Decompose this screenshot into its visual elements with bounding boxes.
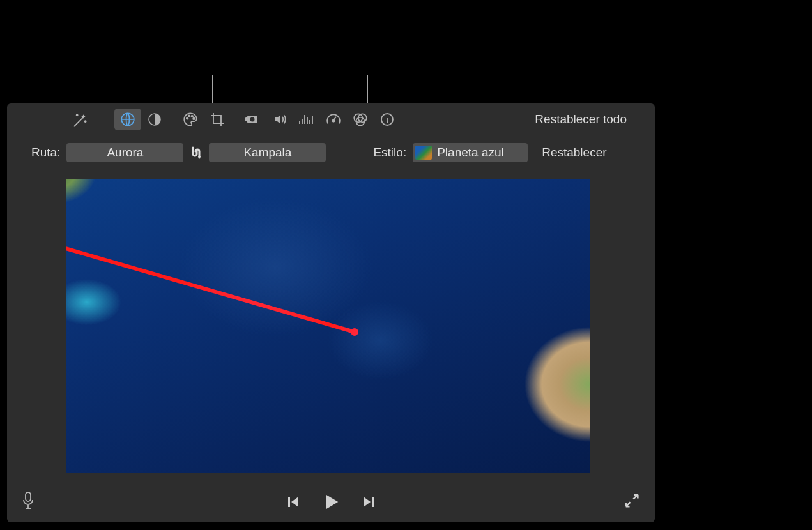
svg-point-17: [351, 328, 358, 336]
svg-point-11: [332, 120, 334, 122]
speed-tab-button[interactable]: [320, 109, 347, 130]
route-end-dropdown[interactable]: Kampala: [209, 143, 326, 162]
play-button[interactable]: [321, 492, 341, 512]
color-balance-tab-button[interactable]: [141, 109, 168, 130]
stabilize-tab-button[interactable]: [240, 109, 266, 130]
map-style-value: Planeta azul: [437, 146, 504, 160]
previous-frame-button[interactable]: [286, 494, 301, 510]
route-controls-row: Ruta: Aurora Kampala Estilo: Planeta azu…: [7, 134, 655, 170]
style-label: Estilo:: [373, 146, 406, 160]
route-start-dropdown[interactable]: Aurora: [66, 143, 183, 162]
noise-reduction-tab-button[interactable]: [293, 109, 320, 130]
info-tab-button[interactable]: [374, 109, 401, 130]
svg-point-5: [188, 115, 190, 117]
map-style-dropdown[interactable]: Planeta azul: [413, 143, 528, 162]
map-preview[interactable]: [66, 179, 590, 473]
map-style-thumbnail: [415, 146, 432, 160]
map-viewer-container: [66, 179, 623, 473]
svg-point-7: [193, 118, 195, 120]
crop-tab-button[interactable]: [204, 109, 231, 130]
color-palette-tab-button[interactable]: [177, 109, 204, 130]
transport-bar: [7, 481, 655, 522]
volume-tab-button[interactable]: [266, 109, 293, 130]
route-label: Ruta:: [31, 146, 60, 160]
svg-line-16: [66, 248, 355, 332]
route-path-overlay: [66, 179, 590, 473]
reset-all-button[interactable]: Restablecer todo: [528, 110, 633, 129]
svg-point-6: [191, 116, 193, 117]
playback-controls: [286, 492, 376, 512]
svg-rect-18: [26, 492, 31, 501]
voiceover-mic-button[interactable]: [21, 491, 35, 513]
svg-point-10: [250, 117, 255, 122]
editor-panel: Restablecer todo Ruta: Aurora Kampala Es…: [7, 103, 655, 522]
svg-rect-9: [245, 117, 247, 121]
globe-tab-button[interactable]: [114, 109, 141, 130]
svg-point-4: [187, 117, 188, 119]
reset-style-button[interactable]: Restablecer: [542, 146, 606, 160]
fullscreen-button[interactable]: [623, 492, 641, 512]
swap-route-button[interactable]: [183, 143, 209, 162]
next-frame-button[interactable]: [361, 494, 376, 510]
filters-overlap-tab-button[interactable]: [347, 109, 374, 130]
svg-rect-19: [288, 497, 290, 507]
svg-rect-20: [372, 497, 374, 507]
inspector-toolbar: Restablecer todo: [7, 103, 655, 134]
